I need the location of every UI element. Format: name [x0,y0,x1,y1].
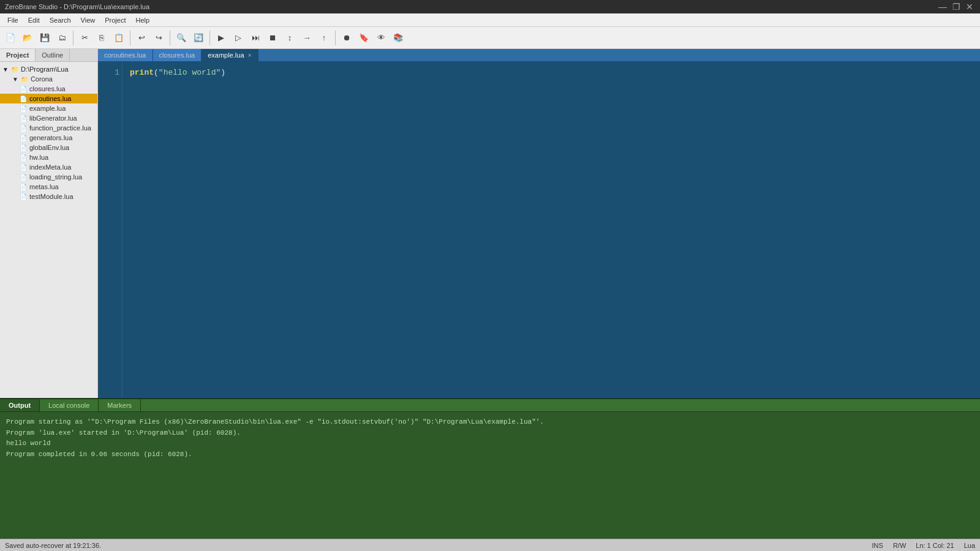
file-icon: 📄 [20,184,27,190]
cut-button[interactable]: ✂ [77,30,92,46]
code-string: "hello world" [159,67,221,79]
tree-file-closures_lua[interactable]: 📄closures.lua [0,84,97,94]
tree-file-globalEnv_lua[interactable]: 📄globalEnv.lua [0,143,97,152]
step-out-button[interactable]: ↑ [316,30,332,46]
tree-root[interactable]: ▼📁D:\Program\Lua [0,64,97,74]
file-label: example.lua [29,105,66,112]
toolbar-separator [209,31,210,45]
file-label: generators.lua [29,134,72,141]
save-all-button[interactable]: 🗂 [54,30,70,46]
menu-item-search[interactable]: Search [45,15,76,25]
sidebar-tab-outline[interactable]: Outline [36,49,70,61]
file-icon: 📄 [20,144,27,151]
file-label: globalEnv.lua [29,144,69,151]
cursor-position: Ln: 1 Col: 21 [916,542,954,549]
debug-stack-button[interactable]: 📚 [390,30,406,46]
find-button[interactable]: 🔍 [173,30,189,46]
menu-item-help[interactable]: Help [130,15,154,25]
folder-icon: 📁 [21,76,28,83]
output-line: Program completed in 0.06 seconds (pid: … [6,449,974,460]
minimize-button[interactable]: — [937,1,948,12]
tree-file-example_lua[interactable]: 📄example.lua [0,103,97,113]
code-paren-close: ) [221,67,225,79]
editor-content: 1 print("hello world") [98,62,980,398]
folder-icon: 📁 [11,66,18,73]
close-button[interactable]: ✕ [964,1,975,12]
redo-button[interactable]: ↪ [151,30,167,46]
file-label: function_practice.lua [29,124,91,132]
open-folder-button[interactable]: 📂 [20,30,36,46]
output-line: Program starting as '"D:\Program Files (… [6,417,974,428]
file-label: closures.lua [29,85,66,92]
run-to-cursor-button[interactable]: ⏭ [247,30,263,46]
sidebar: ProjectOutline ▼📁D:\Program\Lua▼📁Corona📄… [0,49,98,398]
file-label: hw.lua [29,154,48,161]
toolbar-separator [130,31,130,45]
file-label: metas.lua [29,183,59,190]
tab-close-button[interactable]: × [248,51,252,59]
tree-file-coroutines_lua[interactable]: 📄coroutines.lua [0,94,97,103]
file-label: indexMeta.lua [29,163,72,171]
stop-button[interactable]: ⏹ [265,30,281,46]
file-label: loading_string.lua [29,173,82,181]
tree-file-libGenerator_lua[interactable]: 📄libGenerator.lua [0,113,97,123]
file-icon: 📄 [20,135,27,141]
paste-button[interactable]: 📋 [111,30,127,46]
restore-button[interactable]: ❐ [951,1,962,12]
tree-file-function_practice_lua[interactable]: 📄function_practice.lua [0,123,97,133]
toolbar-separator [170,31,170,45]
sidebar-tabs: ProjectOutline [0,49,97,62]
run-file-button[interactable]: ▷ [230,30,246,46]
file-label: testModule.lua [29,193,74,200]
window-controls: — ❐ ✕ [937,1,975,12]
file-icon: 📄 [20,193,27,200]
new-file-button[interactable]: 📄 [2,30,18,46]
file-icon: 📄 [20,105,27,112]
menu-item-file[interactable]: File [2,15,23,25]
editor-tab-closures_lua[interactable]: closures.lua [153,49,202,61]
toggle-breakpoint-button[interactable]: ⏺ [339,30,355,46]
main-content: ProjectOutline ▼📁D:\Program\Lua▼📁Corona📄… [0,49,980,398]
file-label: libGenerator.lua [29,114,77,122]
tree-file-indexMeta_lua[interactable]: 📄indexMeta.lua [0,162,97,172]
copy-button[interactable]: ⎘ [94,30,110,46]
tree-folder-corona[interactable]: ▼📁Corona [0,74,97,84]
editor-tab-coroutines_lua[interactable]: coroutines.lua [98,49,153,61]
tab-label: example.lua [208,51,244,59]
code-editor[interactable]: print("hello world") [123,62,980,398]
save-button[interactable]: 💾 [37,30,53,46]
keyword-print: print [130,67,154,79]
code-line: print("hello world") [130,67,973,79]
expand-icon: ▼ [2,66,9,73]
titlebar-title: ZeroBrane Studio - D:\Program\Lua\exampl… [5,3,149,10]
debug-watch-button[interactable]: 👁 [373,30,389,46]
output-content: Program starting as '"D:\Program Files (… [0,412,980,539]
step-into-button[interactable]: ↕ [282,30,298,46]
tree-file-hw_lua[interactable]: 📄hw.lua [0,152,97,162]
toolbar-separator [73,31,74,45]
file-icon: 📄 [20,125,27,132]
output-tab-markers[interactable]: Markers [99,399,141,411]
undo-button[interactable]: ↩ [134,30,149,46]
read-write-mode: R/W [893,542,906,549]
toggle-bookmark-button[interactable]: 🔖 [356,30,372,46]
tree-file-testModule_lua[interactable]: 📄testModule.lua [0,192,97,201]
menu-item-view[interactable]: View [76,15,100,25]
sidebar-tab-project[interactable]: Project [0,49,36,61]
tab-label: coroutines.lua [104,51,146,59]
language-indicator: Lua [964,542,975,549]
replace-button[interactable]: 🔄 [190,30,206,46]
output-tab-local-console[interactable]: Local console [40,399,99,411]
file-tree: ▼📁D:\Program\Lua▼📁Corona📄closures.lua📄co… [0,62,97,398]
editor-tab-example_lua[interactable]: example.lua× [202,49,258,61]
menu-item-edit[interactable]: Edit [23,15,45,25]
output-tab-output[interactable]: Output [0,399,40,411]
tree-file-loading_string_lua[interactable]: 📄loading_string.lua [0,172,97,182]
step-over-button[interactable]: → [299,30,315,46]
tree-file-metas_lua[interactable]: 📄metas.lua [0,182,97,192]
menu-item-project[interactable]: Project [100,15,130,25]
tree-file-generators_lua[interactable]: 📄generators.lua [0,133,97,143]
output-line: hello world [6,438,974,449]
run-button[interactable]: ▶ [213,30,229,46]
expand-icon: ▼ [12,76,18,83]
